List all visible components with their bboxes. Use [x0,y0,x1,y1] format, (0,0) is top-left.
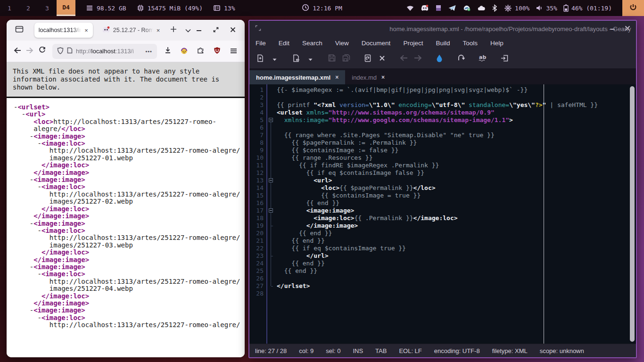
xml-text [14,314,38,321]
xml-tag: <url> [25,110,45,118]
reload-button[interactable] [36,45,49,58]
fold-marker[interactable] [269,118,273,122]
code-text: <image:image> [277,207,354,214]
page-actions-icon[interactable]: ••• [145,49,152,54]
tab-close-icon[interactable]: × [156,27,161,34]
code-editor[interactable]: 1{{- $imageRegex := `.(avif|bmp|gif|jpeg… [249,84,636,344]
xml-collapse-toggle[interactable]: - [30,263,33,271]
code-token: </url> [306,252,329,259]
extensions-button[interactable] [195,45,207,58]
close-doc-button[interactable] [375,52,389,66]
new-file-button[interactable] [253,52,267,66]
menu-build[interactable]: Build [436,40,450,47]
xml-tag: <image:loc> [41,270,85,278]
workspace-button-D4[interactable]: D4 [57,0,75,16]
new-tab-button[interactable] [167,24,179,36]
nav-forward-button [411,52,425,66]
discord-icon[interactable] [421,4,429,12]
xml-collapse-toggle[interactable]: - [38,140,41,147]
firefox-view-button[interactable] [13,24,26,37]
workspace-button-3[interactable]: 3 [38,0,57,16]
restore-icon[interactable] [255,25,261,33]
code-text: </urlset> [277,282,310,290]
menu-project[interactable]: Project [403,40,423,47]
menu-document[interactable]: Document [362,40,391,47]
goto-line-button[interactable] [454,52,468,66]
xml-collapse-toggle[interactable]: - [30,306,33,314]
code-text: {{ if findRE $imageRegex .Permalink }} [277,162,439,169]
menu-button[interactable] [228,45,240,58]
indicator-gear[interactable]: 100% [504,4,529,12]
code-token [277,252,306,259]
dropdown-button[interactable] [303,52,317,66]
color-chooser-button[interactable] [432,52,446,66]
xml-collapse-toggle[interactable]: - [30,132,33,140]
quit-button[interactable] [497,52,512,66]
fold-marker[interactable] [269,178,273,182]
editor-tab[interactable]: home.imagessitemap.xml× [249,70,345,84]
status-item: EOL: LF [399,347,421,354]
xml-collapse-toggle[interactable]: - [38,270,41,278]
shield-icon[interactable] [57,47,64,56]
status-bar: 123D4 98.52 GB15475 MiB (49%)13% 12:16 P… [0,0,644,16]
menu-tools[interactable]: Tools [462,40,478,47]
dropdown-button[interactable] [267,52,281,66]
bird-icon[interactable] [462,4,471,12]
xml-text [14,212,33,220]
browser-tab[interactable]: localhost:1313/im× [34,23,93,38]
xml-collapse-toggle[interactable]: - [38,183,41,190]
wifi-icon[interactable] [406,4,414,12]
tab-label: index.md [352,74,377,81]
bluetooth-icon[interactable] [492,4,497,12]
browser-navbar: http://localhost:1313/i ••• [7,41,245,62]
ublock-origin-button[interactable] [211,45,223,58]
open-file-button[interactable] [289,52,303,66]
list-tabs-button[interactable] [182,24,194,36]
dropdown-icon [308,55,313,63]
code-text: {{ end }} [277,230,332,237]
xml-line: </image:loc> [14,293,245,300]
nav-forward-icon [414,55,422,63]
browser-close-button[interactable] [228,25,238,35]
back-button[interactable] [11,45,24,58]
indicator-battery[interactable]: 46% (01:19) [563,4,612,12]
menu-view[interactable]: View [335,40,349,47]
editor-tab[interactable]: index.md× [345,70,391,84]
xml-tag: </image:image> [33,169,89,176]
tab-close-icon[interactable]: × [84,27,89,34]
url-bar[interactable]: http://localhost:1313/i ••• [52,44,157,59]
fold-marker[interactable] [269,208,273,213]
violentmonkey-extension-button[interactable] [178,45,190,58]
browser-restore-button[interactable] [211,25,221,35]
indicator-speaker[interactable]: 35% [536,5,557,12]
list-icon [86,4,93,12]
browser-tab[interactable]: 25.12.27 - Rome× [98,23,165,38]
tab-close-icon[interactable]: × [381,74,385,81]
forward-button[interactable] [24,45,36,58]
tab-close-icon[interactable]: × [335,74,339,81]
menu-search[interactable]: Search [302,40,322,47]
cloud-icon[interactable] [477,5,486,11]
power-button[interactable] [622,0,644,16]
page-info-icon[interactable] [67,47,73,55]
code-line: 2 [249,94,636,101]
workspace-button-1[interactable]: 1 [0,0,19,16]
geany-tabbar: home.imagessitemap.xml×index.md× [249,68,636,84]
menu-help[interactable]: Help [490,40,504,47]
menu-file[interactable]: File [256,40,266,47]
xml-collapse-toggle[interactable]: - [30,176,33,183]
code-line: 1{{- $imageRegex := `.(avif|bmp|gif|jpeg… [249,86,636,94]
xml-collapse-toggle[interactable]: - [30,220,33,227]
xml-collapse-toggle[interactable]: - [38,227,41,234]
menu-edit[interactable]: Edit [279,40,289,47]
downloads-button[interactable] [162,45,174,58]
editor-scrollbar[interactable] [630,86,635,342]
workspace-button-2[interactable]: 2 [19,0,38,16]
xml-text [14,227,38,234]
browser-minimize-button[interactable] [194,25,204,35]
package-icon[interactable] [435,4,442,12]
telegram-icon[interactable] [448,4,456,12]
xml-collapse-toggle[interactable]: - [38,314,41,321]
replace-button[interactable]: ab [476,52,490,66]
revert-button[interactable] [361,52,375,66]
